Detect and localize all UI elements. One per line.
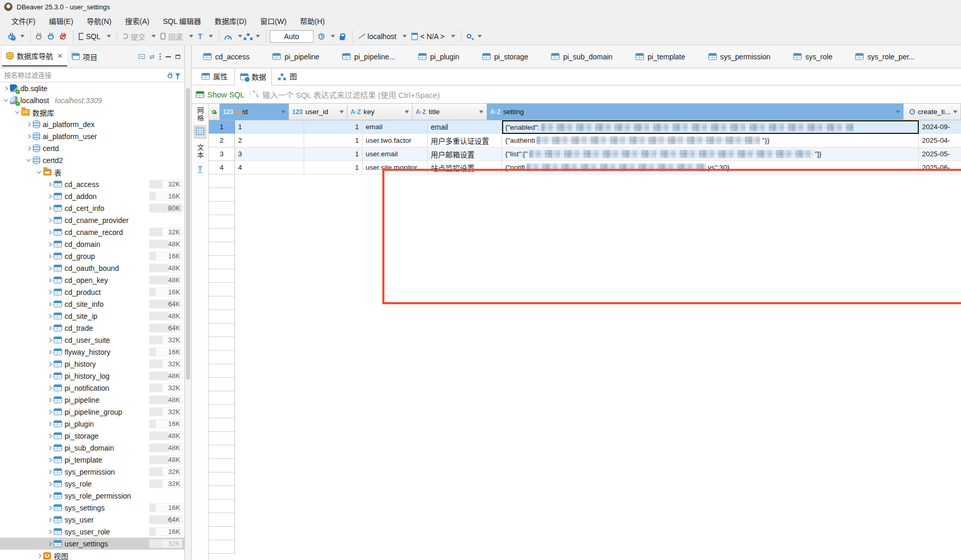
row-number-cell[interactable] [209, 323, 235, 337]
tree-chevron-icon[interactable] [47, 517, 52, 521]
cell-key[interactable]: user.email [363, 147, 428, 161]
editor-tab[interactable]: sys_role [782, 45, 844, 68]
menu-item[interactable]: SQL 编辑器 [157, 14, 207, 28]
tree-item[interactable]: sys_role_permission [0, 490, 184, 502]
connect-button[interactable] [34, 32, 43, 41]
tree-chevron-icon[interactable] [47, 469, 52, 474]
menu-item[interactable]: 搜索(A) [119, 14, 156, 28]
column-filter-dropdown[interactable] [953, 110, 957, 114]
tree-chevron-icon[interactable] [47, 433, 52, 438]
cell-title[interactable]: email [428, 120, 502, 134]
tree-chevron-icon[interactable] [37, 553, 41, 557]
menu-item[interactable]: 文件(F) [5, 14, 42, 28]
tab-diagram[interactable]: 图 [273, 67, 303, 85]
editor-tab[interactable]: pi_pipeline... [331, 45, 407, 68]
commit-mode-combo[interactable]: Auto [270, 30, 314, 43]
tree-chevron-icon[interactable] [47, 505, 52, 509]
editor-tab[interactable]: pi_pipeline [261, 45, 331, 68]
close-tab-icon[interactable]: ✕ [57, 52, 63, 60]
tree-item[interactable]: pi_template 48K [0, 454, 184, 466]
row-number-cell[interactable] [209, 540, 235, 554]
filter-placeholder-text[interactable]: 输入一个 SQL 表达式来过滤结果 (使用 Ctrl+Space) [263, 89, 440, 100]
transaction-history-button[interactable] [317, 32, 326, 41]
menu-item[interactable]: 数据库(D) [208, 14, 253, 28]
tree-item[interactable]: certd2 [0, 154, 184, 166]
row-number-cell[interactable] [209, 351, 235, 364]
tree-chevron-icon[interactable] [47, 397, 52, 402]
column-filter-dropdown[interactable] [281, 110, 285, 114]
link-with-editor-icon[interactable]: ⇄ [149, 54, 155, 60]
sidebar-scrollbar[interactable] [185, 45, 192, 560]
cell-create-time[interactable]: 2024-09- [919, 120, 961, 134]
tree-item[interactable]: cd_cname_provider [0, 214, 184, 226]
filter-connections-input[interactable] [0, 68, 167, 82]
tree-item[interactable]: sys_role 32K [0, 478, 184, 490]
row-number-cell[interactable] [209, 391, 235, 405]
tree-item[interactable]: cd_site_ip 48K [0, 310, 184, 322]
column-header[interactable]: A·Z setting [487, 104, 904, 120]
row-number-cell[interactable] [209, 269, 235, 283]
tree-chevron-icon[interactable] [47, 385, 52, 390]
data-transfer-button[interactable] [245, 35, 251, 38]
row-number-cell[interactable] [209, 432, 235, 445]
tree-item[interactable]: certd [0, 142, 184, 154]
tree-chevron-icon[interactable] [47, 529, 52, 533]
row-number-cell[interactable] [209, 364, 235, 378]
tree-item[interactable]: cd_addon 16K [0, 190, 184, 202]
row-number-cell[interactable] [209, 513, 235, 527]
row-number-cell[interactable] [209, 405, 235, 418]
column-filter-dropdown[interactable] [479, 110, 483, 114]
tree-chevron-icon[interactable] [15, 109, 19, 114]
text-presentation-tab[interactable]: 文本 T [195, 144, 205, 175]
tree-chevron-icon[interactable] [47, 290, 52, 294]
active-connection-dropdown[interactable] [403, 35, 407, 38]
column-header[interactable]: 123 id [220, 104, 289, 120]
row-number-cell[interactable] [209, 256, 235, 269]
cell-create-time[interactable]: 2025-06- [919, 161, 961, 175]
sql-editor-dropdown[interactable] [107, 35, 111, 38]
tree-chevron-icon[interactable] [47, 374, 52, 378]
tree-chevron-icon[interactable] [47, 362, 52, 366]
menu-item[interactable]: 窗口(W) [254, 14, 293, 28]
search-dropdown[interactable] [478, 35, 482, 38]
dashboard-button[interactable] [223, 32, 233, 41]
tree-chevron-icon[interactable] [47, 242, 52, 246]
tree-item[interactable]: pi_plugin 16K [0, 418, 184, 430]
tree-chevron-icon[interactable] [47, 266, 52, 270]
row-number-cell[interactable] [209, 296, 235, 310]
cell-id[interactable]: 4 [235, 161, 304, 175]
row-number-cell[interactable] [209, 215, 235, 229]
row-number-cell[interactable] [209, 527, 235, 540]
cell-create-time[interactable]: 2025-05- [919, 147, 961, 161]
cell-id[interactable]: 1 [235, 120, 304, 134]
expand-filter-icon[interactable] [250, 91, 257, 98]
tree-chevron-icon[interactable] [47, 314, 52, 318]
cell-setting[interactable]: {"notifiys":30} [502, 161, 919, 175]
tree-item[interactable]: cd_cname_record 32K [0, 226, 184, 238]
row-number-cell[interactable] [209, 459, 235, 472]
tree-chevron-icon[interactable] [47, 206, 52, 210]
transaction-log-button[interactable]: T [196, 32, 204, 41]
row-number-cell[interactable] [209, 500, 235, 513]
disconnect-button[interactable] [58, 32, 67, 41]
tab-projects[interactable]: 项目 [68, 47, 102, 66]
cell-id[interactable]: 3 [235, 147, 304, 161]
commit-button[interactable]: 提交 [121, 30, 147, 43]
editor-tab[interactable]: cd_access [192, 45, 261, 68]
cell-key[interactable]: user.site.monitor [363, 161, 428, 175]
tree-item[interactable]: 视图 [0, 550, 184, 560]
row-number-cell[interactable] [209, 188, 235, 202]
row-number-cell[interactable]: 2 [209, 134, 235, 147]
editor-tab[interactable]: pi_sub_domain [540, 45, 624, 68]
tree-chevron-icon[interactable] [47, 302, 52, 306]
tree-chevron-icon[interactable] [47, 278, 52, 282]
tree-chevron-icon[interactable] [37, 169, 41, 173]
collapse-all-icon[interactable] [139, 54, 145, 59]
tree-item[interactable]: sys_permission 32K [0, 466, 184, 478]
row-number-cell[interactable] [209, 472, 235, 486]
row-number-cell[interactable] [209, 229, 235, 242]
tree-item[interactable]: ai_platform_dex [0, 118, 184, 130]
tree-item[interactable]: user_settings 32K [0, 538, 184, 550]
tree-item[interactable]: ai_platform_user [0, 130, 184, 142]
tree-chevron-icon[interactable] [47, 338, 52, 342]
